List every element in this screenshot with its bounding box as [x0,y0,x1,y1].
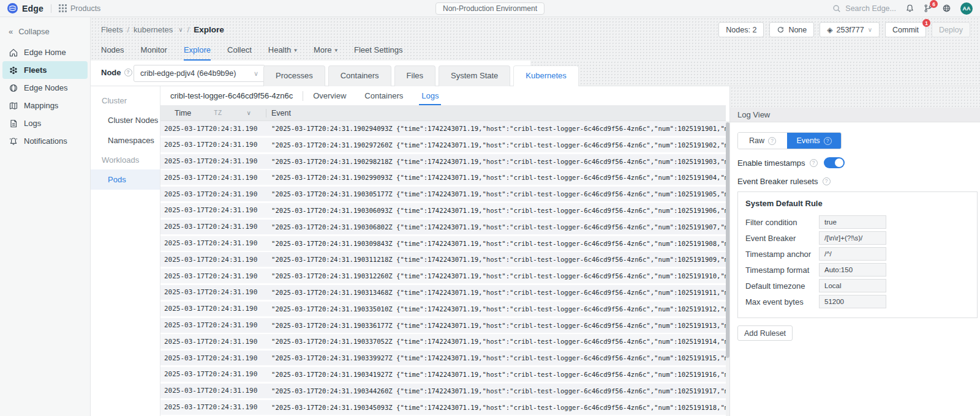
explore-tab[interactable]: Kubernetes [513,65,579,86]
table-row[interactable]: 2025-03-17T20:24:31.190 "2025-03-17T20:2… [160,334,726,349]
nodes-count-button[interactable]: Nodes: 2 [718,22,764,37]
table-row[interactable]: 2025-03-17T20:24:31.190 "2025-03-17T20:2… [160,170,726,185]
add-ruleset-button[interactable]: Add Ruleset [737,325,793,341]
sidebar-item[interactable]: Logs [2,114,88,132]
sidebar-item[interactable]: Edge Nodes [2,79,88,97]
timezone-toggle[interactable]: TZ [214,110,222,116]
rule-field-value[interactable]: 51200 [819,295,886,308]
subnav-item-label: Namespaces [108,136,154,145]
rule-field-label: Timestamp format [745,266,819,275]
fleet-tab[interactable]: Monitor ▾ [141,45,167,61]
time-column-header[interactable]: Time [175,109,191,117]
rulesets-label: Event Breaker rulesets [737,177,818,186]
rule-field-value[interactable]: true [819,215,886,229]
pod-name[interactable]: cribl-test-logger-6c46cd9f56-4zn6c [170,91,293,100]
nodes-icon [9,83,18,93]
subnav-item[interactable]: Cluster Nodes [91,110,160,130]
pod-tab[interactable]: Overview [313,86,346,105]
table-row[interactable]: 2025-03-17T20:24:31.190 "2025-03-17T20:2… [160,220,726,234]
globe-button[interactable] [942,4,951,13]
breadcrumb-current-page: Explore [194,25,224,34]
table-row[interactable]: 2025-03-17T20:24:31.190 "2025-03-17T20:2… [160,187,726,201]
table-row[interactable]: 2025-03-17T20:24:31.190 "2025-03-17T20:2… [160,367,726,382]
raw-button[interactable]: Raw [738,133,787,149]
explore-tab[interactable]: Files [394,65,435,86]
commit-version-button[interactable]: ◈ 253f777 ∨ [820,22,880,37]
kubernetes-subnav: Cluster Cluster NodesNamespaces Workload… [91,86,160,416]
breadcrumb-fleets[interactable]: Fleets [101,25,123,34]
table-row[interactable]: 2025-03-17T20:24:31.190 "2025-03-17T20:2… [160,285,726,300]
pod-tab[interactable]: Logs [421,86,439,105]
divider [51,4,51,13]
rule-field-value[interactable]: Local [819,279,886,292]
table-row[interactable]: 2025-03-17T20:24:31.190 "2025-03-17T20:2… [160,351,726,365]
table-row[interactable]: 2025-03-17T20:24:31.190 "2025-03-17T20:2… [160,400,726,415]
fleet-tab[interactable]: Explore ▾ [184,45,211,61]
fleet-tab-label: Nodes [101,45,124,54]
grid-icon [59,4,67,12]
fleet-tab[interactable]: More ▾ [314,45,337,61]
header-zone: Fleets / kubernetes ∨ / Explore Nodes: 2… [91,17,980,61]
subnav-item[interactable]: Namespaces [91,130,160,150]
table-row[interactable]: 2025-03-17T20:24:31.190 "2025-03-17T20:2… [160,302,726,316]
deploy-button[interactable]: Deploy [932,22,970,37]
explore-tab[interactable]: Containers [328,65,391,86]
table-row[interactable]: 2025-03-17T20:24:31.190 "2025-03-17T20:2… [160,121,726,136]
row-event: "2025-03-17T20:24:31.190294093Z {"time":… [266,125,726,132]
explore-tab[interactable]: System State [439,65,510,86]
sidebar-item[interactable]: Edge Home [2,43,88,61]
pod-tab-label: Overview [313,91,346,100]
table-row[interactable]: 2025-03-17T20:24:31.190 "2025-03-17T20:2… [160,318,726,333]
rule-field-row: Timestamp format Auto:150 [745,262,970,278]
products-menu[interactable]: Products [59,4,100,13]
subnav-section-workloads: Workloads [91,150,160,169]
fleet-tab[interactable]: Fleet Settings ▾ [354,45,403,61]
app-title: Edge [22,4,43,13]
row-time: 2025-03-17T20:24:31.190 [160,370,266,378]
rule-field-value[interactable]: Auto:150 [819,263,886,277]
sidebar-item[interactable]: Mappings [2,97,88,114]
table-row[interactable]: 2025-03-17T20:24:31.190 "2025-03-17T20:2… [160,384,726,398]
environment-badge: Non-Production Environment [435,2,545,15]
events-button[interactable]: Events [787,133,841,149]
table-row[interactable]: 2025-03-17T20:24:31.190 "2025-03-17T20:2… [160,269,726,283]
search-input[interactable]: Search Edge... [832,4,896,13]
node-select[interactable]: cribl-edge-pdjv4 (6e4b9b9e) ∨ [134,65,265,82]
background-texture [730,86,980,108]
git-branch-button[interactable]: 6 [924,4,933,13]
sidebar-item[interactable]: Fleets [2,61,88,79]
fleet-tab[interactable]: Health ▾ [268,45,297,61]
table-row[interactable]: 2025-03-17T20:24:31.190 "2025-03-17T20:2… [160,252,726,267]
event-breaker-rulesets-row: Event Breaker rulesets [737,177,978,186]
sidebar-collapse-button[interactable]: « Collapse [0,23,90,43]
rule-field-value[interactable]: /[\n\r]+(?!\s)/ [819,231,886,245]
enable-timestamps-toggle[interactable] [824,157,845,168]
bell-icon [905,4,914,13]
notifications-button[interactable] [905,4,914,13]
subnav-item[interactable]: Pods [91,169,160,190]
fleet-tab-label: Collect [227,45,252,54]
app-root: Edge Products Non-Production Environment… [0,0,980,416]
table-row[interactable]: 2025-03-17T20:24:31.190 "2025-03-17T20:2… [160,154,726,169]
breadcrumb-fleet-select[interactable]: kubernetes [134,25,173,34]
caret-down-icon: ▾ [294,47,297,53]
table-row[interactable]: 2025-03-17T20:24:31.190 "2025-03-17T20:2… [160,236,726,251]
table-row[interactable]: 2025-03-17T20:24:31.190 "2025-03-17T20:2… [160,138,726,152]
products-label: Products [70,4,100,13]
sidebar-item[interactable]: Notifications [2,132,88,150]
commit-button[interactable]: Commit 1 [885,22,926,37]
help-icon [124,69,132,76]
globe-icon [942,4,951,13]
fleet-tab[interactable]: Collect ▾ [227,45,252,61]
fleet-tab[interactable]: Nodes ▾ [101,45,124,61]
user-avatar[interactable]: AA [960,2,973,15]
explore-tab[interactable]: Processes [263,65,325,86]
row-event: "2025-03-17T20:24:31.190297260Z {"time":… [266,141,726,149]
pod-tab[interactable]: Containers [364,86,403,105]
table-row[interactable]: 2025-03-17T20:24:31.190 "2025-03-17T20:2… [160,203,726,218]
chevron-down-icon[interactable]: ∨ [247,110,251,116]
chevron-down-icon: ∨ [178,26,183,33]
row-event: "2025-03-17T20:24:31.190339927Z {"time":… [266,354,726,362]
group-none-button[interactable]: None [769,22,814,37]
rule-field-value[interactable]: /^/ [819,247,886,261]
